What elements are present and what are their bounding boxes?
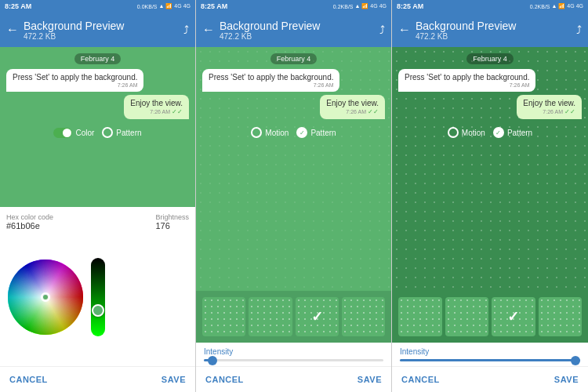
- back-button-2[interactable]: ←: [202, 23, 215, 37]
- bubble-left-time-1: 7:26 AM: [13, 82, 137, 88]
- color-picker-section: Hex color code #61b06e Brightness 176: [0, 207, 195, 367]
- bubble-left-1: Press 'Set' to apply the background. 7:2…: [6, 69, 143, 92]
- header-subtitle-1: 472.2 KB: [24, 32, 179, 41]
- network-info-2: 0.2KB/S: [333, 4, 354, 9]
- bubble-right-text-1: Enjoy the view.: [130, 99, 183, 107]
- motion-toggle-3[interactable]: Motion: [448, 127, 485, 138]
- time-1: 8:25 AM: [5, 2, 31, 10]
- pattern-circle-1[interactable]: [102, 127, 113, 138]
- status-bar-1: 8:25 AM 0.0KB/S ▲ 📶 4G 4G: [0, 0, 195, 13]
- check-icon-1: ✓✓: [172, 108, 183, 115]
- footer-2: CANCEL SAVE: [196, 366, 391, 392]
- intensity-slider-2[interactable]: [204, 359, 383, 361]
- back-button-3[interactable]: ←: [398, 23, 411, 37]
- save-button-3[interactable]: SAVE: [554, 375, 579, 384]
- bubble-left-time-3: 7:26 AM: [405, 82, 529, 88]
- pattern-thumb-3-selected[interactable]: [296, 297, 339, 336]
- signal-icon-2: ▲ 📶 4G 4G: [355, 3, 387, 9]
- pattern-label-1: Pattern: [116, 129, 141, 137]
- chat-bg-3: February 4 Press 'Set' to apply the back…: [392, 47, 588, 291]
- pattern-thumb-1[interactable]: [202, 297, 245, 336]
- back-button-1[interactable]: ←: [6, 23, 19, 37]
- color-label: Color: [75, 129, 94, 137]
- brightness-label: Brightness: [155, 213, 189, 221]
- pattern-toggle-1[interactable]: Pattern: [102, 127, 141, 138]
- brightness-value: 176: [155, 221, 189, 230]
- intensity-section-3: Intensity: [392, 343, 588, 366]
- save-button-2[interactable]: SAVE: [358, 375, 382, 384]
- color-wheel[interactable]: [6, 258, 85, 336]
- pattern-label-3: Pattern: [507, 129, 532, 137]
- bubble-left-3: Press 'Set' to apply the background. 7:2…: [398, 69, 535, 92]
- pattern-thumb-2[interactable]: [249, 297, 292, 336]
- pattern-thumb-3-4[interactable]: [539, 297, 583, 336]
- intensity-slider-3[interactable]: [400, 359, 580, 361]
- pattern-thumb-3-2[interactable]: [445, 297, 489, 336]
- pattern-circle-2[interactable]: ✓: [296, 127, 307, 138]
- pattern-toggle-3[interactable]: ✓ Pattern: [493, 127, 532, 138]
- header-subtitle-3: 472.2 KB: [416, 32, 572, 41]
- pattern-toggle-2[interactable]: ✓ Pattern: [296, 127, 336, 138]
- motion-circle-3[interactable]: [448, 127, 459, 138]
- cancel-button-3[interactable]: CANCEL: [401, 375, 440, 384]
- bubble-right-3: Enjoy the view. 7:26 AM ✓✓: [517, 95, 582, 119]
- cancel-button-1[interactable]: CANCEL: [9, 375, 48, 384]
- motion-circle-2[interactable]: [251, 127, 262, 138]
- title-block-1: Background Preview 472.2 KB: [24, 20, 179, 41]
- intensity-thumb-3[interactable]: [571, 356, 580, 365]
- time-3: 8:25 AM: [397, 2, 423, 10]
- motion-toggle-2[interactable]: Motion: [251, 127, 289, 138]
- app-header-2: ← Background Preview 472.2 KB ⤴: [196, 13, 391, 47]
- header-title-2: Background Preview: [220, 20, 375, 32]
- footer-1: CANCEL SAVE: [0, 366, 195, 392]
- share-button-3[interactable]: ⤴: [576, 24, 582, 36]
- share-button-1[interactable]: ⤴: [183, 24, 189, 36]
- header-subtitle-2: 472.2 KB: [220, 32, 375, 41]
- footer-3: CANCEL SAVE: [392, 366, 588, 392]
- bubble-right-text-2: Enjoy the view.: [326, 99, 379, 107]
- pattern-thumb-4[interactable]: [342, 297, 385, 336]
- intensity-label-2: Intensity: [204, 347, 383, 356]
- pattern-circle-3[interactable]: ✓: [493, 127, 504, 138]
- bubble-right-text-3: Enjoy the view.: [523, 99, 575, 107]
- bubble-right-time-1: 7:26 AM ✓✓: [130, 108, 183, 115]
- bubble-right-1: Enjoy the view. 7:26 AM ✓✓: [124, 95, 189, 119]
- status-bar-3: 8:25 AM 0.2KB/S ▲ 📶 4G 4G: [392, 0, 588, 13]
- color-picker-row: [6, 235, 189, 361]
- pattern-content-2: February 4 Press 'Set' to apply the back…: [202, 53, 385, 143]
- save-button-1[interactable]: SAVE: [162, 375, 186, 384]
- color-toggle[interactable]: Color: [53, 127, 94, 138]
- toggle-row-3: Motion ✓ Pattern: [448, 127, 532, 138]
- title-block-3: Background Preview 472.2 KB: [416, 20, 572, 41]
- pattern-content-3: February 4 Press 'Set' to apply the back…: [398, 53, 582, 143]
- title-block-2: Background Preview 472.2 KB: [220, 20, 375, 41]
- cancel-button-2[interactable]: CANCEL: [205, 375, 244, 384]
- date-badge-2: February 4: [270, 53, 318, 64]
- intensity-section-2: Intensity: [196, 343, 391, 366]
- signal-icon-1: ▲ 📶 4G 4G: [159, 3, 191, 9]
- toggle-row-2: Motion ✓ Pattern: [251, 127, 336, 138]
- bubble-right-2: Enjoy the view. 7:26 AM ✓✓: [320, 95, 385, 119]
- chat-bg-1: February 4 Press 'Set' to apply the back…: [0, 47, 195, 207]
- app-header-3: ← Background Preview 472.2 KB ⤴: [392, 13, 588, 47]
- check-icon-3: ✓✓: [564, 108, 575, 115]
- header-title-1: Background Preview: [24, 20, 179, 32]
- intensity-thumb-2[interactable]: [208, 356, 217, 365]
- app-header-1: ← Background Preview 472.2 KB ⤴: [0, 13, 195, 47]
- pattern-thumb-3-1[interactable]: [398, 297, 442, 336]
- bubble-left-text-1: Press 'Set' to apply the background.: [13, 73, 137, 82]
- intensity-label-3: Intensity: [400, 347, 580, 356]
- share-button-2[interactable]: ⤴: [379, 24, 385, 36]
- bubble-left-text-3: Press 'Set' to apply the background.: [405, 73, 529, 82]
- brightness-slider[interactable]: [91, 258, 105, 336]
- time-2: 8:25 AM: [201, 2, 227, 10]
- brightness-block: Brightness 176: [155, 213, 189, 230]
- pattern-thumbs-2: [196, 291, 391, 343]
- status-icons-1: 0.0KB/S ▲ 📶 4G 4G: [137, 3, 191, 9]
- pattern-label-2: Pattern: [310, 129, 336, 137]
- bubble-left-time-2: 7:26 AM: [209, 82, 333, 88]
- pattern-thumb-3-3-selected[interactable]: [492, 297, 535, 336]
- brightness-thumb[interactable]: [92, 304, 104, 317]
- network-info-1: 0.0KB/S: [137, 4, 158, 9]
- toggle-switch-color[interactable]: [53, 128, 72, 138]
